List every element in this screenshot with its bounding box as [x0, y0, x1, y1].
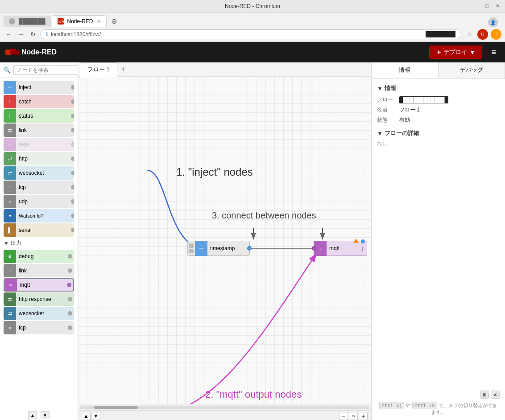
h-scrollbar-thumb[interactable] [94, 406, 137, 409]
shortcut-or: や [406, 403, 410, 408]
panel-section-flow-details: ▼ フローの詳細 なし [377, 129, 500, 148]
zoom-out-btn[interactable]: − [339, 412, 348, 420]
panel-collapse-btn[interactable]: ✕ [491, 391, 500, 399]
canvas-nav-down-btn[interactable]: ▼ [91, 412, 100, 420]
section-info-title: ▼ 情報 [377, 84, 500, 92]
profile-icon[interactable]: 👤 [488, 17, 498, 27]
deploy-button[interactable]: ✈ デプロイ ▼ [429, 45, 483, 59]
sidebar-item-http[interactable]: ⇄ http [4, 152, 74, 165]
ws-out-label: websocket [16, 310, 74, 317]
bookmark-btn[interactable]: ☆ [464, 29, 475, 40]
zoom-in-btn[interactable]: + [359, 412, 368, 420]
app-header: Node-RED ✈ デプロイ ▼ ≡ [0, 42, 505, 62]
tab-debug[interactable]: デバッグ [439, 62, 505, 78]
minimize-btn[interactable]: − [474, 3, 480, 9]
ws-out-port [68, 311, 72, 316]
tab-close-btn[interactable]: ✕ [97, 19, 101, 25]
back-btn[interactable]: ← [4, 30, 13, 39]
canvas-zoom-bar: ▲ ▼ − ○ + [78, 410, 371, 420]
close-btn[interactable]: ✕ [494, 3, 501, 9]
maximize-btn[interactable]: □ [484, 3, 490, 9]
inject-icon: → [4, 81, 16, 94]
canvas-nav-controls: ▲ ▼ [82, 412, 100, 420]
tcp-port-right [71, 185, 74, 189]
canvas-connections-svg [78, 77, 371, 404]
scroll-up-btn[interactable]: ▲ [28, 411, 37, 419]
forward-btn[interactable]: → [16, 30, 26, 39]
sidebar-item-inject[interactable]: → inject [4, 81, 74, 94]
output-section-header[interactable]: ▼ 出力 [0, 238, 78, 249]
sidebar-item-link[interactable]: ⇄ link [4, 124, 74, 137]
tab-info[interactable]: 情報 [372, 62, 439, 78]
url-box[interactable]: ℹ localhost:1880/#flow/ a [40, 29, 461, 39]
canvas-horizontal-scrollbar[interactable] [78, 404, 371, 410]
status-value: 有効 [399, 116, 500, 124]
link-out-extra [68, 268, 72, 273]
window-controls[interactable]: − □ ✕ [474, 3, 501, 9]
svg-rect-4 [13, 50, 20, 55]
sidebar-item-status[interactable]: ! status [4, 109, 74, 123]
scroll-down-btn[interactable]: ▼ [41, 411, 50, 419]
sidebar-item-watson[interactable]: ✦ Watson IoT [4, 209, 74, 222]
http-resp-port [68, 297, 72, 301]
panel-expand-btn[interactable]: ⊞ [480, 391, 489, 399]
sidebar-item-http-response[interactable]: ⇄ http response [4, 292, 74, 306]
zoom-controls: − ○ + [339, 412, 368, 420]
status-port-right [71, 114, 74, 118]
canvas-node-mqtt-out[interactable]: ≈ mqtt ) [314, 241, 367, 256]
mqtt-warning-icon [353, 239, 359, 243]
sidebar-item-tcp[interactable]: ≈ tcp [4, 181, 74, 194]
shortcut-hint-text: ctrl-↓j や ctrl-↑k で、タブの切り替えができます。 [377, 402, 500, 416]
inject-port-right [71, 85, 74, 90]
debug-extra [68, 254, 72, 259]
tab-inactive-label: ███████ [19, 18, 46, 25]
hamburger-menu-btn[interactable]: ≡ [488, 46, 500, 59]
sidebar-item-link-out[interactable]: → link [4, 264, 74, 277]
name-label: 名前 [377, 106, 399, 114]
add-flow-btn[interactable]: + [117, 65, 129, 74]
canvas[interactable]: 1. "inject" nodes 3. connect between nod… [78, 77, 371, 404]
sidebar-item-mqtt-out[interactable]: ≈ mqtt [4, 278, 74, 292]
canvas-area: フロー 1 + [78, 62, 371, 420]
browser-toolbar-icons: ☆ U ! [464, 29, 501, 40]
browser-tab-active[interactable]: NR Node-RED ✕ [52, 15, 107, 27]
ssl-icon: ℹ [46, 31, 48, 37]
sidebar-item-tcp-out[interactable]: ≈ tcp [4, 321, 74, 334]
app-logo: Node-RED [5, 48, 57, 57]
canvas-node-timestamp[interactable]: → timestamp [187, 241, 250, 256]
zoom-reset-btn[interactable]: ○ [349, 412, 358, 420]
panel-section-info: ▼ 情報 フロー ████████████ 名前 フロー 1 状態 [377, 84, 500, 124]
sidebar-item-udp[interactable]: ≈ udp [4, 195, 74, 208]
panel-row-status: 状態 有効 [377, 116, 500, 124]
canvas-nav-up-btn[interactable]: ▲ [82, 412, 91, 420]
sidebar-item-mqtt[interactable]: ≈ mqtt [4, 138, 74, 151]
panel-content: ▼ 情報 フロー ████████████ 名前 フロー 1 状態 [372, 79, 505, 385]
http-icon: ⇄ [4, 152, 16, 165]
debug-label: debug [16, 253, 74, 259]
extension-icon2[interactable]: ! [491, 29, 501, 40]
panel-row-flow: フロー ████████████ [377, 96, 500, 103]
search-input[interactable] [13, 65, 78, 75]
annotation3-text: 2. "mqtt" output nodes [205, 389, 302, 400]
sidebar-item-websocket-out[interactable]: ⇄ websocket [4, 307, 74, 320]
sidebar-item-websocket[interactable]: ⇄ websocket [4, 166, 74, 180]
flow-tab-1[interactable]: フロー 1 [80, 62, 117, 77]
refresh-btn[interactable]: ↻ [29, 30, 37, 39]
inject-to-timestamp-arrow [147, 170, 203, 248]
mqtt-out-port [67, 283, 71, 287]
catch-label: catch [16, 99, 74, 105]
websocket-icon: ⇄ [4, 166, 16, 180]
section-info-chevron-icon: ▼ [377, 85, 383, 92]
http-resp-icon: ⇄ [4, 292, 16, 306]
sidebar-item-serial[interactable]: ▌ serial [4, 223, 74, 237]
extension-icon1[interactable]: U [477, 29, 488, 40]
annotation1-text: 1. "inject" nodes [176, 166, 253, 178]
tcp-out-icon: ≈ [4, 321, 16, 334]
flow-tabs: フロー 1 + [78, 62, 371, 77]
browser-tab-inactive[interactable]: ███████ [4, 16, 51, 27]
sidebar-item-catch[interactable]: ! catch [4, 95, 74, 108]
url-text: localhost:1880/#flow/ [51, 31, 423, 37]
new-tab-btn[interactable]: ⊕ [108, 15, 120, 27]
link-port-right [71, 128, 74, 132]
sidebar-item-debug[interactable]: ≡ debug [4, 250, 74, 263]
